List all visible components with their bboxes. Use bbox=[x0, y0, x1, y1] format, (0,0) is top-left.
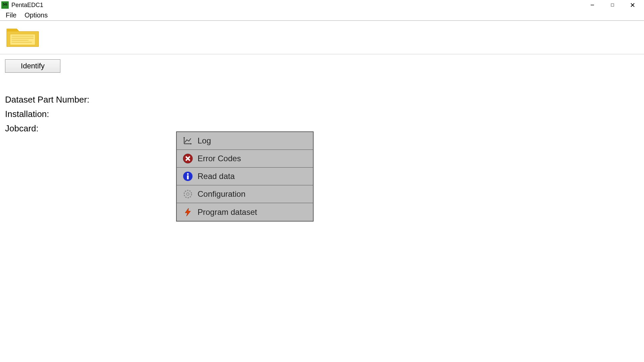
info-icon bbox=[181, 171, 195, 182]
action-menu-panel: Log Error Codes Read data bbox=[176, 131, 314, 222]
menu-file[interactable]: File bbox=[2, 10, 20, 20]
menu-read-data[interactable]: Read data bbox=[177, 168, 313, 185]
installation-label: Installation: bbox=[5, 109, 639, 119]
titlebar: PentaEDC1 bbox=[0, 0, 644, 10]
toolbar bbox=[0, 21, 644, 54]
content-area: Identify Dataset Part Number: Installati… bbox=[0, 54, 644, 143]
gear-icon bbox=[181, 189, 195, 199]
menu-options[interactable]: Options bbox=[20, 10, 52, 20]
window-title: PentaEDC1 bbox=[11, 2, 43, 9]
window-controls bbox=[582, 0, 643, 10]
svg-point-24 bbox=[187, 193, 189, 195]
svg-point-2 bbox=[5, 4, 7, 6]
app-icon bbox=[1, 1, 9, 9]
dataset-part-number-label: Dataset Part Number: bbox=[5, 95, 639, 105]
svg-point-1 bbox=[3, 4, 5, 6]
svg-rect-4 bbox=[611, 4, 614, 6]
svg-rect-21 bbox=[187, 175, 189, 179]
close-button[interactable] bbox=[623, 0, 643, 10]
menu-program-dataset[interactable]: Program dataset bbox=[177, 203, 313, 221]
menu-configuration[interactable]: Configuration bbox=[177, 185, 313, 203]
identify-button[interactable]: Identify bbox=[5, 59, 60, 73]
maximize-button[interactable] bbox=[602, 0, 623, 10]
menu-configuration-label: Configuration bbox=[198, 189, 246, 199]
info-labels: Dataset Part Number: Installation: Jobca… bbox=[5, 95, 639, 134]
menu-read-data-label: Read data bbox=[198, 172, 235, 181]
menu-log-label: Log bbox=[198, 136, 211, 145]
minimize-button[interactable] bbox=[582, 0, 602, 10]
menu-log[interactable]: Log bbox=[177, 132, 313, 150]
lightning-icon bbox=[181, 207, 195, 217]
svg-marker-25 bbox=[185, 208, 191, 216]
svg-point-20 bbox=[187, 173, 189, 175]
log-icon bbox=[181, 136, 195, 146]
menu-error-codes-label: Error Codes bbox=[198, 154, 241, 163]
error-icon bbox=[181, 153, 195, 164]
menu-program-dataset-label: Program dataset bbox=[198, 207, 257, 217]
svg-rect-7 bbox=[10, 34, 35, 45]
jobcard-label: Jobcard: bbox=[5, 123, 639, 134]
menu-error-codes[interactable]: Error Codes bbox=[177, 150, 313, 168]
menubar: File Options bbox=[0, 10, 644, 21]
folder-icon[interactable] bbox=[5, 25, 42, 50]
